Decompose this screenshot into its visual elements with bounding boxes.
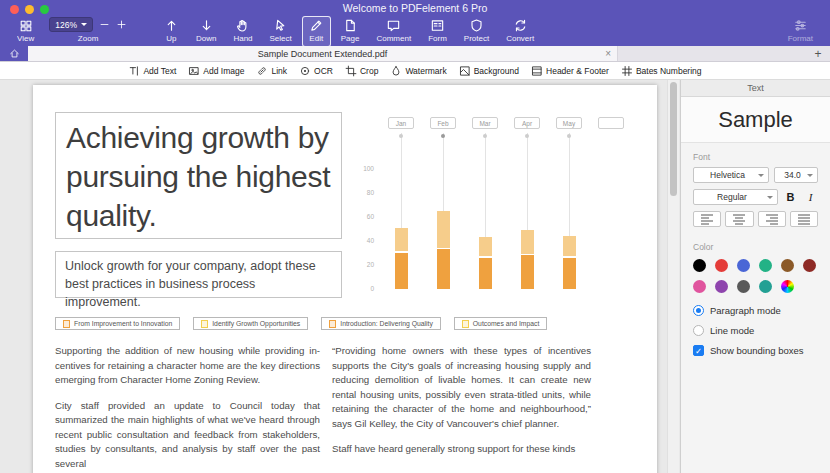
vertical-scrollbar[interactable]	[667, 80, 679, 473]
document-tab[interactable]: Sample Document Extended.pdf ×	[28, 46, 618, 61]
alignment-row	[693, 211, 818, 227]
paragraph[interactable]: “Providing home owners with these types …	[332, 344, 591, 431]
grid-line	[485, 133, 486, 237]
color-swatch-000000[interactable]	[693, 259, 706, 272]
panel-header: Text	[681, 80, 830, 97]
color-swatch-23a094[interactable]	[759, 280, 772, 293]
toolbar-select-button[interactable]: Select	[263, 16, 299, 47]
align-center-button[interactable]	[725, 211, 753, 227]
add-image-button[interactable]: Add Image	[186, 65, 246, 77]
toolbar-item-label: Form	[428, 34, 447, 44]
toolbar-down-button[interactable]: Down	[189, 16, 223, 47]
up-arrow-icon	[164, 18, 179, 33]
format-button[interactable]: Format	[781, 16, 820, 47]
bar-segment-lower	[521, 255, 534, 289]
toolbar-edit-button[interactable]: Edit	[302, 16, 331, 47]
edit-tool-label: OCR	[314, 66, 333, 76]
color-swatch-8e2a25[interactable]	[803, 259, 816, 272]
scrollbar-thumb[interactable]	[670, 82, 677, 196]
new-tab-button[interactable]: +	[806, 46, 830, 61]
month-label-may: May	[556, 117, 582, 129]
y-axis-tick: 40	[348, 237, 374, 245]
toolbar-item-label: Up	[166, 34, 176, 44]
panel-title: Text	[747, 83, 764, 93]
right-column: “Providing home owners with these types …	[332, 344, 591, 468]
tag-icon	[201, 320, 208, 328]
italic-button[interactable]: I	[803, 191, 818, 203]
document-heading[interactable]: Achieving growth by pursuing the highest…	[55, 112, 342, 239]
zoom-in-button[interactable]	[116, 17, 127, 32]
color-swatch-8e44ad[interactable]	[715, 280, 728, 293]
ocr-button[interactable]: OCR	[297, 65, 335, 77]
line-mode-option[interactable]: Line mode	[693, 325, 818, 336]
paragraph[interactable]: Staff have heard generally strong suppor…	[332, 442, 591, 457]
y-axis-tick: 0	[348, 285, 374, 293]
zoom-level-select[interactable]: 126%	[49, 17, 93, 32]
tag-from-improvement-to-innovation[interactable]: From Improvement to Innovation	[55, 317, 180, 330]
color-swatch-4a66d6[interactable]	[737, 259, 750, 272]
data-point-dot	[483, 134, 487, 138]
align-right-icon	[765, 214, 779, 225]
paragraph-mode-option[interactable]: Paragraph mode	[693, 305, 818, 316]
main-toolbar: View 126% Zoom UpDownHandSelectEditPageC…	[0, 16, 830, 46]
background-button[interactable]: Background	[457, 65, 521, 77]
toolbar-form-button[interactable]: Form	[421, 16, 454, 47]
home-icon	[9, 48, 20, 59]
toolbar-page-button[interactable]: Page	[334, 16, 367, 47]
font-preview-text: Sample	[718, 107, 793, 133]
crop-icon	[345, 65, 357, 77]
color-swatch-rainbow[interactable]	[781, 280, 794, 293]
paragraph[interactable]: City staff provided an update to Council…	[55, 399, 320, 472]
tag-identify-growth-opportunities[interactable]: Identify Growth Opportunities	[193, 317, 308, 330]
toolbar-comment-button[interactable]: Comment	[369, 16, 418, 47]
link-button[interactable]: Link	[254, 65, 289, 77]
heading-text: Achieving growth by pursuing the highest…	[66, 121, 330, 232]
color-swatch-e0549e[interactable]	[693, 280, 706, 293]
align-justify-button[interactable]	[790, 211, 818, 227]
y-axis-tick: 60	[348, 213, 374, 221]
color-swatch-e43c39[interactable]	[715, 259, 728, 272]
edit-tool-label: Add Image	[203, 66, 244, 76]
header-footer-icon	[531, 65, 543, 77]
toolbar-hand-button[interactable]: Hand	[226, 16, 259, 47]
edit-tool-label: Watermark	[405, 66, 446, 76]
toolbar-up-button[interactable]: Up	[157, 16, 186, 47]
bar-segment-upper	[437, 211, 450, 248]
tag-outcomes-and-impact[interactable]: Outcomes and Impact	[454, 317, 548, 330]
align-left-button[interactable]	[693, 211, 721, 227]
toolbar-item-label: Select	[270, 34, 292, 44]
toolbar-items: UpDownHandSelectEditPageCommentFormProte…	[157, 16, 541, 47]
tag-introduction-delivering-quality[interactable]: Introduction: Delivering Quality	[321, 317, 441, 330]
color-swatch-23b286[interactable]	[759, 259, 772, 272]
color-swatch-8c5a28[interactable]	[781, 259, 794, 272]
toolbar-convert-button[interactable]: Convert	[499, 16, 541, 47]
data-point-dot	[441, 134, 445, 138]
add-text-button[interactable]: Add Text	[126, 65, 178, 77]
color-swatch-595959[interactable]	[737, 280, 750, 293]
crop-button[interactable]: Crop	[343, 65, 380, 77]
bar-segment-upper	[563, 236, 576, 256]
bates-numbering-button[interactable]: Bates Numbering	[619, 65, 704, 77]
view-button[interactable]: View	[10, 16, 41, 47]
close-tab-icon[interactable]: ×	[605, 49, 611, 59]
zoom-out-button[interactable]	[99, 17, 110, 32]
down-arrow-icon	[199, 18, 214, 33]
paragraph[interactable]: Supporting the addition of new housing w…	[55, 344, 320, 388]
chevron-down-icon	[81, 23, 87, 26]
convert-arrows-icon	[513, 18, 528, 33]
ocr-icon	[299, 65, 311, 77]
toolbar-item-label: Convert	[506, 34, 534, 44]
show-bounding-boxes-option[interactable]: ✓Show bounding boxes	[693, 345, 818, 356]
tag-icon	[329, 320, 336, 328]
toolbar-protect-button[interactable]: Protect	[457, 16, 496, 47]
header-footer-button[interactable]: Header & Footer	[529, 65, 611, 77]
font-size-select[interactable]: 34.0	[774, 167, 818, 183]
font-family-select[interactable]: Helvetica	[693, 167, 769, 183]
home-button[interactable]	[0, 46, 28, 61]
bold-button[interactable]: B	[783, 191, 798, 203]
document-subheading[interactable]: Unlock growth for your company, adopt th…	[55, 251, 342, 298]
watermark-button[interactable]: Watermark	[388, 65, 448, 77]
font-style-select[interactable]: Regular	[693, 189, 778, 205]
align-right-button[interactable]	[758, 211, 786, 227]
empty-month-box	[598, 117, 624, 129]
